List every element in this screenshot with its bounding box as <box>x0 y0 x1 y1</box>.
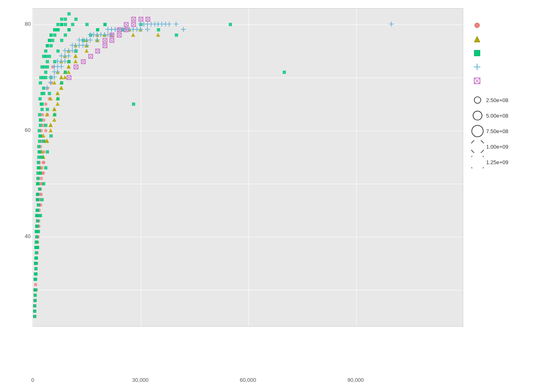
legend-item-asia <box>471 48 541 58</box>
svg-point-280 <box>472 125 483 137</box>
scatter-triangle <box>59 75 64 80</box>
scatter-square <box>34 272 37 276</box>
scatter-plus <box>48 80 54 86</box>
scatter-square <box>37 203 40 207</box>
scatter-square <box>44 124 47 127</box>
scatter-square <box>67 28 71 31</box>
scatter-square <box>64 23 67 26</box>
scatter-boxx <box>145 17 150 22</box>
scatter-triangle <box>74 54 78 59</box>
legend-item-africa <box>471 20 541 30</box>
scatter-square <box>34 256 38 260</box>
svg-marker-46 <box>52 107 56 111</box>
pop-legend-label: 1.25e+09 <box>486 159 509 165</box>
svg-marker-56 <box>41 134 45 138</box>
scatter-square <box>48 92 51 95</box>
scatter-boxx <box>131 17 136 22</box>
scatter-plus <box>70 43 76 49</box>
scatter-square <box>56 97 60 100</box>
scatter-square <box>40 156 44 159</box>
scatter-square <box>42 140 45 143</box>
x-axis-ticks-row: 030,00060,00090,000 <box>33 376 463 384</box>
scatter-plus <box>70 48 76 54</box>
scatter-square <box>46 44 49 47</box>
scatter-square <box>44 166 47 169</box>
scatter-square <box>53 28 56 31</box>
scatter-square <box>45 55 48 58</box>
europe-symbol <box>471 62 483 72</box>
scatter-square <box>283 71 286 74</box>
pop-legend-item: 2.50e+08 <box>471 94 541 106</box>
scatter-square <box>74 18 78 21</box>
scatter-triangle <box>56 91 60 96</box>
pop-legend-label: 7.50e+08 <box>486 128 509 134</box>
scatter-boxx <box>138 17 143 22</box>
scatter-square <box>48 39 51 42</box>
scatter-square <box>44 49 47 53</box>
scatter-square <box>35 214 38 217</box>
scatter-boxx <box>88 54 93 59</box>
scatter-square <box>35 225 38 228</box>
scatter-plus <box>145 27 151 33</box>
scatter-plus <box>48 75 54 80</box>
scatter-square <box>64 33 67 37</box>
svg-marker-49 <box>74 59 78 63</box>
scatter-plus <box>62 48 68 54</box>
scatter-plus <box>134 27 140 33</box>
scatter-triangle <box>49 96 54 101</box>
scatter-dot <box>40 177 43 180</box>
scatter-boxx <box>109 33 114 38</box>
scatter-square <box>38 113 41 116</box>
scatter-square <box>44 76 47 79</box>
scatter-dot <box>41 113 44 116</box>
legend-item-oceania <box>471 76 541 86</box>
scatter-plus <box>55 69 61 75</box>
svg-marker-13 <box>49 128 53 132</box>
scatter-square <box>46 60 49 63</box>
scatter-square <box>36 198 39 201</box>
scatter-square <box>39 124 42 127</box>
scatter-plus <box>55 59 61 65</box>
scatter-boxx <box>109 38 114 43</box>
scatter-square <box>39 134 42 138</box>
oceania-symbol <box>471 76 483 86</box>
scatter-plus <box>59 53 65 59</box>
scatter-square <box>42 182 45 185</box>
scatter-plus <box>45 85 50 91</box>
scatter-boxx <box>117 33 122 38</box>
scatter-square <box>85 23 89 26</box>
scatter-square <box>37 145 40 148</box>
scatter-plus <box>141 22 147 27</box>
scatter-square <box>53 33 56 37</box>
svg-marker-47 <box>59 86 63 90</box>
scatter-square <box>39 81 42 85</box>
scatter-square <box>56 49 60 53</box>
scatter-plus <box>156 22 161 27</box>
pop-legend-label: 2.50e+08 <box>486 97 509 103</box>
scatter-square <box>35 251 38 254</box>
scatter-square <box>36 182 40 185</box>
scatter-square <box>38 140 41 143</box>
pop-legend-item: 7.50e+08 <box>471 125 541 137</box>
legend-area: 2.50e+085.00e+087.50e+081.00e+091.25e+09 <box>463 8 545 388</box>
asia-symbol <box>471 48 483 58</box>
plot-area-wrapper: 806040 030,00060,00090,000 <box>4 8 463 388</box>
scatter-square <box>33 304 36 307</box>
scatter-square <box>64 18 67 21</box>
scatter-square <box>37 161 40 164</box>
scatter-square <box>175 33 178 37</box>
scatter-boxx <box>131 22 136 27</box>
scatter-square <box>40 198 44 201</box>
scatter-square <box>46 65 49 69</box>
scatter-plus <box>181 27 187 33</box>
scatter-boxx <box>124 27 129 32</box>
plot-with-yaxis: 806040 <box>4 8 463 376</box>
scatter-plus <box>174 22 179 27</box>
scatter-square <box>35 241 38 244</box>
svg-marker-44 <box>45 139 49 143</box>
scatter-square <box>36 209 39 212</box>
scatter-square <box>37 230 40 233</box>
scatter-square <box>48 55 51 58</box>
pop-legend-label: 1.00e+09 <box>486 144 509 150</box>
scatter-triangle <box>67 70 71 75</box>
